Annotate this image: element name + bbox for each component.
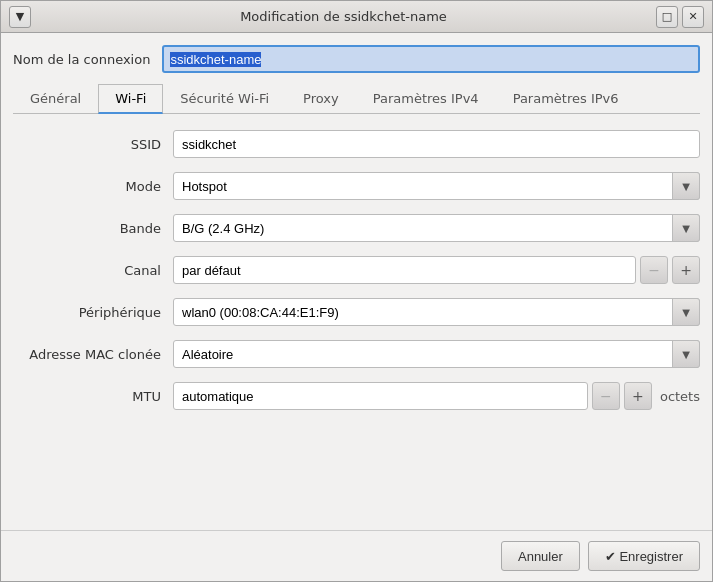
mtu-stepper: − + octets	[173, 382, 700, 410]
titlebar-left: ▼	[9, 6, 31, 28]
mtu-unit: octets	[656, 389, 700, 404]
close-button[interactable]: ✕	[682, 6, 704, 28]
channel-control: − +	[173, 256, 700, 284]
mode-select[interactable]: HotspotInfrastructureAd-hoc	[173, 172, 700, 200]
minimize-icon: ▼	[16, 10, 24, 23]
band-select[interactable]: B/G (2.4 GHz)A (5 GHz)	[173, 214, 700, 242]
ssid-input[interactable]	[173, 130, 700, 158]
cloned-mac-control: AléatoirePermanenteAléatoire stablePerso…	[173, 340, 700, 368]
tab-ipv6[interactable]: Paramètres IPv6	[496, 84, 636, 114]
band-control: B/G (2.4 GHz)A (5 GHz) ▼	[173, 214, 700, 242]
window-title: Modification de ssidkchet-name	[31, 9, 656, 24]
mode-label: Mode	[13, 179, 173, 194]
close-icon: ✕	[688, 10, 697, 23]
mtu-input[interactable]	[173, 382, 588, 410]
band-label: Bande	[13, 221, 173, 236]
titlebar: ▼ Modification de ssidkchet-name □ ✕	[1, 1, 712, 33]
cloned-mac-select-wrap: AléatoirePermanenteAléatoire stablePerso…	[173, 340, 700, 368]
cloned-mac-select[interactable]: AléatoirePermanenteAléatoire stablePerso…	[173, 340, 700, 368]
minimize-button[interactable]: ▼	[9, 6, 31, 28]
main-window: ▼ Modification de ssidkchet-name □ ✕ Nom…	[0, 0, 713, 582]
device-select-wrap: wlan0 (00:08:CA:44:E1:F9) ▼	[173, 298, 700, 326]
titlebar-right: □ ✕	[656, 6, 704, 28]
save-button[interactable]: ✔ Enregistrer	[588, 541, 700, 571]
cancel-button[interactable]: Annuler	[501, 541, 580, 571]
band-select-wrap: B/G (2.4 GHz)A (5 GHz) ▼	[173, 214, 700, 242]
tab-content-wifi: SSID Mode HotspotInfrastructureAd-hoc ▼ …	[13, 114, 700, 518]
maximize-icon: □	[662, 10, 672, 23]
mtu-minus-button[interactable]: −	[592, 382, 620, 410]
device-control: wlan0 (00:08:CA:44:E1:F9) ▼	[173, 298, 700, 326]
channel-stepper: − +	[173, 256, 700, 284]
ssid-row: SSID	[13, 130, 700, 158]
mode-control: HotspotInfrastructureAd-hoc ▼	[173, 172, 700, 200]
ssid-label: SSID	[13, 137, 173, 152]
tab-general[interactable]: Général	[13, 84, 98, 114]
channel-plus-button[interactable]: +	[672, 256, 700, 284]
tabs-bar: Général Wi-Fi Sécurité Wi-Fi Proxy Param…	[13, 83, 700, 114]
device-label: Périphérique	[13, 305, 173, 320]
content-area: Nom de la connexion Général Wi-Fi Sécuri…	[1, 33, 712, 530]
channel-label: Canal	[13, 263, 173, 278]
connection-name-row: Nom de la connexion	[13, 45, 700, 73]
mtu-plus-button[interactable]: +	[624, 382, 652, 410]
mtu-row: MTU − + octets	[13, 382, 700, 410]
maximize-button[interactable]: □	[656, 6, 678, 28]
mtu-control: − + octets	[173, 382, 700, 410]
mtu-label: MTU	[13, 389, 173, 404]
tab-wifi-security[interactable]: Sécurité Wi-Fi	[163, 84, 286, 114]
channel-minus-button[interactable]: −	[640, 256, 668, 284]
device-select[interactable]: wlan0 (00:08:CA:44:E1:F9)	[173, 298, 700, 326]
bottom-bar: Annuler ✔ Enregistrer	[1, 530, 712, 581]
channel-input[interactable]	[173, 256, 636, 284]
ssid-control	[173, 130, 700, 158]
cloned-mac-label: Adresse MAC clonée	[13, 347, 173, 362]
tab-proxy[interactable]: Proxy	[286, 84, 356, 114]
connection-name-input[interactable]	[162, 45, 700, 73]
device-row: Périphérique wlan0 (00:08:CA:44:E1:F9) ▼	[13, 298, 700, 326]
tab-wifi[interactable]: Wi-Fi	[98, 84, 163, 114]
mode-row: Mode HotspotInfrastructureAd-hoc ▼	[13, 172, 700, 200]
cloned-mac-row: Adresse MAC clonée AléatoirePermanenteAl…	[13, 340, 700, 368]
mode-select-wrap: HotspotInfrastructureAd-hoc ▼	[173, 172, 700, 200]
connection-name-label: Nom de la connexion	[13, 52, 150, 67]
tab-ipv4[interactable]: Paramètres IPv4	[356, 84, 496, 114]
channel-row: Canal − +	[13, 256, 700, 284]
band-row: Bande B/G (2.4 GHz)A (5 GHz) ▼	[13, 214, 700, 242]
